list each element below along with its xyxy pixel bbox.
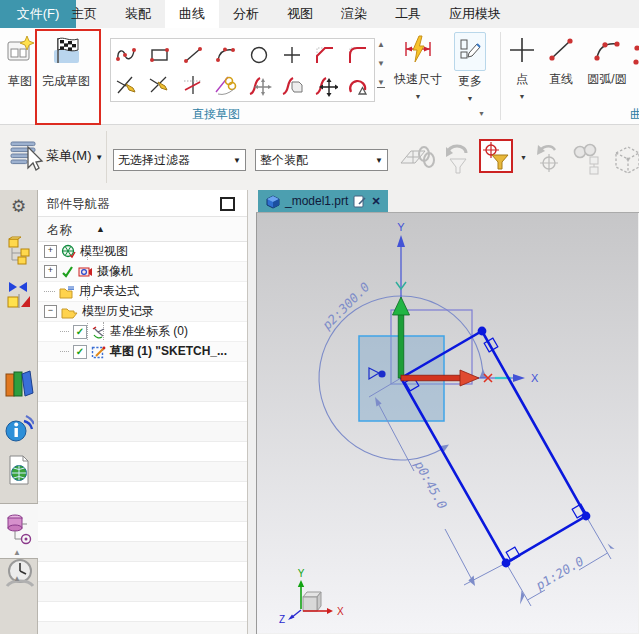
datum-csys-icon xyxy=(91,325,106,339)
navigator-column-header[interactable]: 名称 ▲ xyxy=(38,216,247,242)
rail-scroll-up-icon[interactable]: ▲ xyxy=(13,548,21,557)
tab-tools[interactable]: 工具 xyxy=(381,0,435,28)
menu-button[interactable]: 菜单(M) ▼ xyxy=(46,147,103,165)
fillet-tool-icon[interactable] xyxy=(341,39,374,70)
rail-scroll-up2-icon[interactable]: ▲ xyxy=(13,574,21,583)
studio-spline-icon[interactable] xyxy=(111,39,144,70)
move-curve-icon[interactable] xyxy=(243,70,276,101)
tree-row-datum-csys[interactable]: ✓ 基准坐标系 (0) xyxy=(38,322,247,342)
sort-ascending-icon: ▲ xyxy=(96,224,105,234)
interpart-link-icon[interactable] xyxy=(398,141,436,180)
web-browser-tab[interactable] xyxy=(0,412,37,444)
document-globe-icon xyxy=(5,454,33,488)
history-clock-icon xyxy=(4,556,34,590)
graphics-window[interactable]: p2:300.0 Y X p0:45.0 p1:20.0 xyxy=(256,212,639,634)
tab-home[interactable]: 主页 xyxy=(57,0,111,28)
check-icon xyxy=(61,265,74,278)
sketch-feature-icon xyxy=(91,345,106,359)
checkbox-checked-icon[interactable]: ✓ xyxy=(73,345,87,359)
point-button[interactable]: 点 ▼ xyxy=(506,34,538,102)
quick-dimension-dropdown-icon[interactable]: ▼ xyxy=(415,93,422,100)
arc-circle-button[interactable]: 圆弧/圆 xyxy=(584,34,630,88)
line-button[interactable]: 直线 xyxy=(542,34,580,88)
gallery-expand-icon[interactable]: ▼ xyxy=(377,78,385,88)
selection-filter-combo[interactable]: 无选择过滤器 ▼ xyxy=(113,149,246,171)
offset-move-curve-icon[interactable] xyxy=(275,70,308,101)
assembly-navigator-tab[interactable] xyxy=(0,236,37,266)
orient-to-selection-icon[interactable] xyxy=(532,141,564,180)
resource-bar: ⚙ ▲ ▲ xyxy=(0,190,38,634)
arc-tool-icon[interactable] xyxy=(210,39,243,70)
resource-bar-settings-tab[interactable]: ⚙ xyxy=(0,196,37,217)
arc-circle-icon xyxy=(592,55,622,69)
tab-view[interactable]: 视图 xyxy=(273,0,327,28)
tree-row-model-views[interactable]: + 模型视图 xyxy=(38,242,247,262)
make-corner-icon[interactable] xyxy=(177,70,210,101)
tree-row-model-history[interactable]: − 模型历史记录 xyxy=(38,302,247,322)
triad-x-label: X xyxy=(337,606,344,617)
reuse-library-tab[interactable] xyxy=(0,368,37,400)
line-tool-icon[interactable] xyxy=(177,39,210,70)
filter-dropdown-icon[interactable]: ▼ xyxy=(520,154,527,161)
quick-trim-icon[interactable] xyxy=(111,70,144,101)
sketch-icon xyxy=(5,57,35,71)
group-dialog-launcher-icon[interactable]: ▼ xyxy=(478,110,485,117)
geometric-constraints-icon[interactable] xyxy=(210,70,243,101)
point-icon xyxy=(508,55,536,69)
tree-row-sketch[interactable]: ✓ 草图 (1) "SKETCH_... xyxy=(38,342,247,362)
part-navigator-tab[interactable] xyxy=(0,512,37,546)
point-dropdown-icon[interactable]: ▼ xyxy=(519,93,526,100)
gallery-scroll-down-icon[interactable]: ▼ xyxy=(377,59,385,68)
more-dropdown-icon[interactable]: ▼ xyxy=(467,95,474,102)
expand-icon[interactable]: + xyxy=(44,245,57,258)
constraint-navigator-tab[interactable] xyxy=(0,280,37,312)
selection-scope-filter-active-button[interactable] xyxy=(479,139,513,173)
expand-icon[interactable]: + xyxy=(44,265,57,278)
sketch-button[interactable]: 草图 xyxy=(4,34,36,90)
history-palette-tab[interactable] xyxy=(0,454,37,488)
selection-toolbar: 菜单(M) ▼ 无选择过滤器 ▼ 整个装配 ▼ ▼ xyxy=(0,125,639,190)
tab-assembly[interactable]: 装配 xyxy=(111,0,165,28)
selection-scope-caret-icon: ▼ xyxy=(375,156,383,165)
point-tool-icon[interactable] xyxy=(275,39,308,70)
navigator-tree: + 模型视图 + 摄像机 用户表达式 − 模型历史记录 ✓ 基准坐标系 (0) xyxy=(38,242,247,362)
rectangle-tool-icon[interactable] xyxy=(144,39,177,70)
gallery-scroll-up-icon[interactable]: ▲ xyxy=(377,40,385,49)
roles-tab[interactable] xyxy=(0,556,37,590)
more-button[interactable]: 更多 ▼ xyxy=(450,32,490,104)
tab-curve[interactable]: 曲线 xyxy=(165,0,219,28)
panel-restore-icon[interactable] xyxy=(220,197,235,211)
collapse-icon[interactable]: − xyxy=(44,305,57,318)
find-in-navigator-icon[interactable] xyxy=(570,141,606,180)
more-icon xyxy=(454,32,486,71)
viewport-tab-model1[interactable]: _model1.prt ✕ xyxy=(258,190,388,212)
line-label: 直线 xyxy=(542,71,580,88)
menu-tabs: 主页 装配 曲线 分析 视图 渲染 工具 应用模块 xyxy=(57,0,515,28)
quick-extend-icon[interactable] xyxy=(144,70,177,101)
resize-fillet-icon[interactable] xyxy=(341,70,374,101)
clipped-ribbon-button[interactable] xyxy=(633,38,639,72)
reset-filter-icon[interactable] xyxy=(440,141,474,180)
tab-application[interactable]: 应用模块 xyxy=(435,0,515,28)
part-file-icon xyxy=(265,194,280,209)
close-tab-icon[interactable]: ✕ xyxy=(371,195,380,208)
chamfer-tool-icon[interactable] xyxy=(308,39,341,70)
tab-analysis[interactable]: 分析 xyxy=(219,0,273,28)
quick-dimension-button[interactable]: 快速尺寸 ▼ xyxy=(392,34,444,102)
group-label-direct-sketch: 直接草图 xyxy=(0,106,432,123)
tree-row-user-expressions[interactable]: 用户表达式 xyxy=(38,282,247,302)
sketch-scene: p2:300.0 Y X p0:45.0 p1:20.0 xyxy=(257,213,638,633)
tree-row-cameras[interactable]: + 摄像机 xyxy=(38,262,247,282)
tab-render[interactable]: 渲染 xyxy=(327,0,381,28)
folder-open-icon xyxy=(61,305,78,319)
tree-stub xyxy=(44,291,55,292)
show-hide-icon[interactable] xyxy=(608,141,639,180)
selection-scope-combo[interactable]: 整个装配 ▼ xyxy=(255,149,388,171)
finish-sketch-button[interactable]: 完成草图 xyxy=(40,34,92,90)
viewport-tab-strip: _model1.prt ✕ xyxy=(256,190,639,212)
circle-tool-icon[interactable] xyxy=(243,39,276,70)
checkbox-checked-icon[interactable]: ✓ xyxy=(73,325,87,339)
menu-tab-bar: 文件(F) 主页 装配 曲线 分析 视图 渲染 工具 应用模块 xyxy=(0,0,639,28)
group-label-curve-clipped: 曲 xyxy=(630,106,639,123)
resize-curve-icon[interactable] xyxy=(308,70,341,101)
